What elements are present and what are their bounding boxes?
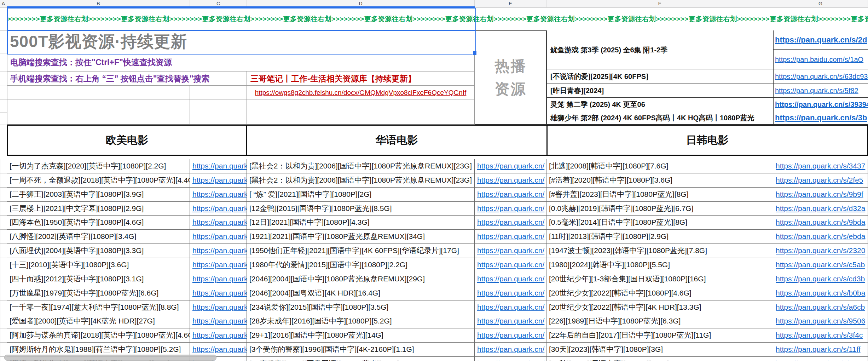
movie-pan-link[interactable]: https://pan.quark.cn/ <box>477 303 544 311</box>
empty-cell[interactable] <box>7 112 190 125</box>
col-header-a[interactable]: A <box>0 0 7 8</box>
movie-title-cell[interactable]: [20世纪少女][2022][韩语中字][1080P][4.6G] <box>546 286 773 300</box>
movie-pan-link[interactable]: https://pan.quark.cn/ <box>477 204 544 212</box>
row-spacer-cell[interactable] <box>0 272 7 286</box>
movie-title-cell[interactable]: [黑社会2：以和为贵][2006][国语中字][1080P蓝光原盘REMUX][… <box>247 173 475 188</box>
movie-title-cell[interactable]: [二手狮王][2003][英语中字][1080P][3.9G] <box>7 188 190 202</box>
movie-pan-link[interactable]: https://pan.quark.cn/ <box>192 345 247 353</box>
row-spacer-cell[interactable] <box>0 300 7 315</box>
empty-cell[interactable] <box>7 99 190 112</box>
movie-title-cell[interactable]: [29+1][2016][国语中字][1080P蓝光][14G] <box>247 328 475 343</box>
movie-title-cell[interactable]: [12金鸭][2015][国语中字][1080P蓝光][8.5G] <box>247 202 475 216</box>
movie-title-cell[interactable]: [#窨井盖][2023][日语中字][1080P蓝光][8G] <box>546 188 773 202</box>
movie-pan-link[interactable]: https://pan.quark.cn/ <box>477 317 544 325</box>
movie-pan-link[interactable]: https://pan.quark.cn/ <box>192 260 247 269</box>
empty-cell[interactable] <box>190 112 247 125</box>
movie-title-cell[interactable]: [八面埋伏][2004][英语中字][1080P][3.3G] <box>7 244 190 258</box>
movie-pan-link[interactable]: https://pan.quark.cn/ <box>192 232 247 240</box>
movie-pan-link[interactable]: https://pan.quark.cn/ <box>477 246 544 254</box>
movie-pan-link[interactable]: https://pan.quark.cn/ <box>192 289 247 297</box>
row-spacer-cell[interactable] <box>0 159 7 173</box>
movie-title-cell[interactable]: [三层楼上][2021][中文字幕][1080P][2.9G] <box>7 202 190 216</box>
movie-title-cell[interactable]: [1980年代的爱情][2015][国语中字][1080P][2.2G] <box>247 258 475 272</box>
movie-pan-link[interactable]: https://pan.quark.cn/s/9b9f <box>776 190 863 198</box>
movie-pan-link[interactable]: https://pan.quark.cn/ <box>192 246 247 254</box>
row-spacer-cell[interactable] <box>0 188 7 202</box>
movie-pan-link[interactable]: https://pan.quark.cn/s/2fe5 <box>776 176 863 184</box>
movie-pan-link[interactable]: https://pan.quark.cn/s/9506 <box>776 317 865 325</box>
movie-pan-link[interactable]: https://pan.quark.cn/ <box>477 345 544 353</box>
row-spacer-cell[interactable] <box>0 328 7 343</box>
movie-title-cell[interactable]: [20世纪少女][2022][韩语中字][4K HDR][13.3G] <box>546 300 773 315</box>
empty-cell[interactable] <box>190 99 247 112</box>
movie-title-cell[interactable]: [1980][2024][韩语中字][1080P][5.5G] <box>546 258 773 272</box>
movie-pan-link[interactable]: https://pan.quark.cn/s/b0ba <box>776 289 865 297</box>
row-spacer-cell[interactable] <box>0 202 7 216</box>
movie-title-cell[interactable]: [爱国者][2000][英语中字][4K蓝光 HDR][27G] <box>7 314 190 328</box>
movie-pan-link[interactable]: https://pan.quark.cn/ <box>192 275 247 283</box>
movie-pan-link[interactable]: https://pan.quark.cn/s/c5ab <box>776 260 865 269</box>
movie-pan-link[interactable]: https://pan.quark.cn/ <box>192 190 247 198</box>
movie-pan-link[interactable]: https://pan.quark.cn/s/d32a <box>776 204 865 212</box>
empty-cell[interactable] <box>190 86 247 99</box>
movie-title-cell[interactable]: [一千零一夜][1974][意大利语中字[1080P蓝光][8.8G] <box>7 300 190 315</box>
movie-title-cell[interactable]: [30天][2023][韩语中字][1080P][3G] <box>546 343 773 357</box>
movie-pan-link[interactable]: https://pan.quark.cn/ <box>192 303 247 311</box>
movie-pan-link[interactable]: https://pan.quark.cn/ <box>192 218 247 226</box>
movie-title-cell[interactable]: [1947波士顿][2023][韩语中字][1080P蓝光][7.8G] <box>546 244 773 258</box>
pc-search-tip-cell[interactable]: 电脑端搜索查找：按住"Ctrl+F"快速查找资源 <box>7 53 475 71</box>
movie-title-cell[interactable]: [1921][2021][国语中字][1080P蓝光原盘REMUX][34G] <box>247 230 475 244</box>
movie-title-cell[interactable]: [0.5毫米][2014][日语中字][1080P蓝光][8G] <box>546 216 773 230</box>
movie-title-cell[interactable]: [北逃][2008][韩语中字][1080P][7.6G] <box>546 159 773 173</box>
row-spacer-cell[interactable] <box>0 230 7 244</box>
hot-item-title[interactable]: 灵笼 第二季 (2025) 4K 更至06 <box>546 98 773 111</box>
movie-pan-link[interactable]: https://pan.quark.cn/ <box>192 317 247 325</box>
hot-item-link[interactable]: https://pan.quark.cn/s/39394 <box>775 101 868 108</box>
movie-pan-link[interactable]: https://pan.quark.cn/ <box>477 260 544 269</box>
empty-cell[interactable] <box>247 112 475 125</box>
movie-title-cell[interactable]: [八脚怪][2002][英语中字][1080P][3.4G] <box>7 230 190 244</box>
section-header-chinese[interactable]: 华语电影 <box>246 125 548 156</box>
movie-pan-link[interactable]: https://pan.quark.cn/s/9bda <box>776 218 865 226</box>
movie-title-cell[interactable]: [2046][2004][国粤双语][4K HDR][16.4G] <box>247 286 475 300</box>
movie-pan-link[interactable]: https://pan.quark.cn/ <box>477 176 544 184</box>
hot-item-link[interactable]: https://pan.baidu.com/s/1aO <box>775 56 863 63</box>
movie-title-cell[interactable]: [四十而惑][2012][英语中字][1080P][3.1G] <box>7 272 190 286</box>
movie-title-cell[interactable]: [37秒][2019][日语中字][1080P][4.4G] <box>546 357 773 361</box>
section-header-jk[interactable]: 日韩电影 <box>546 125 868 156</box>
movie-title-cell[interactable]: [11时][2013][韩语中字][1080P][2.9G] <box>546 230 773 244</box>
movie-pan-link[interactable]: https://pan.quark.cn/ <box>477 190 544 198</box>
col-header-e[interactable]: E <box>475 0 546 8</box>
empty-cell[interactable] <box>247 99 475 112</box>
empty-cell[interactable] <box>7 86 190 99</box>
movie-pan-link[interactable]: https://pan.quark.cn/s/a6cb <box>776 303 865 311</box>
movie-pan-link[interactable]: https://pan.quark.cn/ <box>477 218 544 226</box>
movie-title-cell[interactable]: [22年后的自白][2017][日语中字][1080P蓝光][11G] <box>546 328 773 343</box>
row-spacer-cell[interactable] <box>0 244 7 258</box>
movie-pan-link[interactable]: https://pan.quark.cn/ <box>192 331 247 339</box>
col-header-f[interactable]: F <box>546 0 773 8</box>
hot-resources-label-cell[interactable]: 热播 资源 <box>475 30 546 125</box>
mobile-search-tip-cell[interactable]: 手机端搜索查找：右上角 “三” 按钮点击"查找替换"搜索 <box>7 71 247 86</box>
hot-item-title[interactable]: [昨日青春][2024] <box>546 84 773 98</box>
movie-pan-link[interactable]: https://pan.quark.cn/ <box>192 176 247 184</box>
movie-title-cell[interactable]: [12日][2021][国语中字][1080P][4.3G] <box>247 216 475 230</box>
movie-pan-link[interactable]: https://pan.quark.cn/ <box>477 331 544 339</box>
hot-item-link[interactable]: https://pan.quark.cn/s/5f82 <box>775 87 858 94</box>
hot-item-title[interactable]: 雄狮少年 第2部 (2024) 4K 60FPS高码丨4K HQ高码丨1080P… <box>546 111 773 125</box>
movie-title-cell[interactable]: [28岁未成年][2016][国语中字][1080P][5.2G] <box>247 314 475 328</box>
movie-pan-link[interactable]: https://pan.quark.cn/ <box>477 359 544 361</box>
movie-pan-link[interactable]: https://pan.quark.cn/s/ebda <box>776 232 865 240</box>
movie-pan-link[interactable]: https://pan.quark.cn/ <box>477 162 544 170</box>
movie-title-cell[interactable]: [四海本色][1950][英语中字][1080P][4.6G] <box>7 216 190 230</box>
hot-item-title[interactable]: 鱿鱼游戏 第3季 (2025) 全6集 附1-2季 <box>546 30 773 69</box>
row-spacer-cell[interactable] <box>0 216 7 230</box>
movie-title-cell[interactable]: [20世纪少年][1-3部合集][国日双语][1080P][16G] <box>546 272 773 286</box>
movie-title-cell[interactable]: [1950他们正年轻][2021][国语中字][4K 60FPS][华语纪录片]… <box>247 244 475 258</box>
hot-item-link[interactable]: https://pan.quark.cn/s/63dc93 <box>775 73 868 80</box>
movie-pan-link[interactable]: https://pan.quark.cn/ <box>477 289 544 297</box>
movie-title-cell[interactable]: [阿加莎与谋杀的真谛][2018][英语中字][1080P蓝光][4.6G] <box>7 328 190 343</box>
movie-title-cell[interactable]: [一周不死，全额退款][2018][英语中字][1080P蓝光][4.4G] <box>7 173 190 188</box>
notes-title-cell[interactable]: 三哥笔记丨工作-生活相关资源库【持续更新】 <box>247 71 475 86</box>
movie-pan-link[interactable]: https://pan.quark.cn/s/3f4c <box>776 331 863 339</box>
